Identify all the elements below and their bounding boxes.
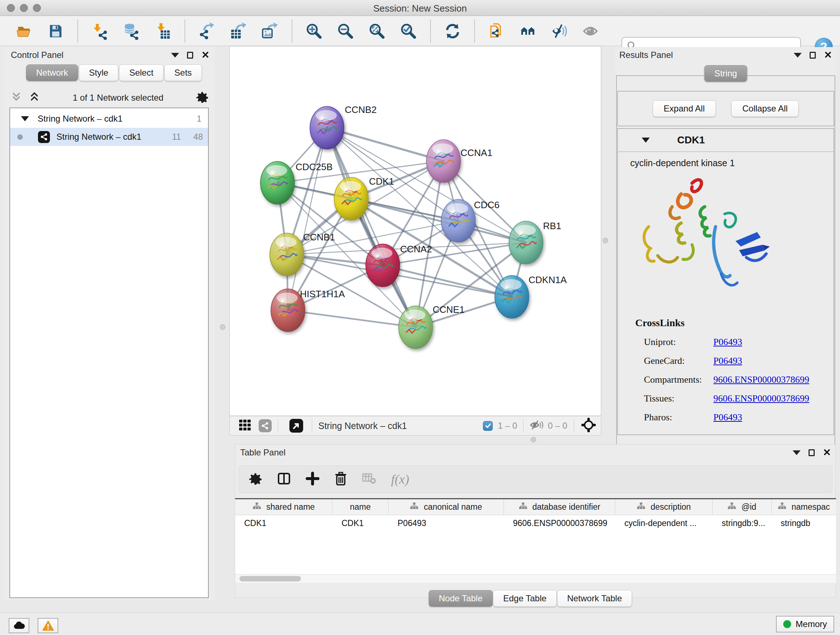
network-node-CCNA2[interactable] (366, 244, 400, 287)
zoom-fit-icon[interactable] (367, 21, 387, 41)
network-share-view-icon[interactable] (259, 419, 272, 432)
network-node-CCNA1[interactable] (426, 140, 461, 182)
grid-view-icon[interactable] (238, 418, 251, 433)
zoom-in-icon[interactable] (304, 21, 324, 41)
cell-namespace[interactable]: stringdb (772, 515, 836, 531)
table-row[interactable]: CDK1 CDK1 P06493 9606.ENSP00000378699 cy… (235, 515, 836, 531)
gene-card-header[interactable]: CDK1 (618, 129, 834, 152)
panel-menu-icon[interactable] (794, 53, 802, 57)
horizontal-scrollbar[interactable] (235, 574, 836, 583)
scrollbar-thumb[interactable] (240, 576, 301, 581)
tab-network-table[interactable]: Network Table (557, 590, 632, 607)
table-header-row[interactable]: shared name name canonical name database… (235, 499, 836, 515)
panel-close-icon[interactable]: ✕ (201, 50, 210, 60)
memory-button[interactable]: Memory (776, 616, 834, 632)
tab-sets[interactable]: Sets (164, 65, 202, 81)
network-node-CDC25B[interactable] (261, 162, 294, 204)
panel-close-icon[interactable]: ✕ (824, 50, 832, 60)
gene-symbol: CDK1 (677, 134, 705, 146)
toolbar-separator (185, 20, 185, 42)
network-collection-row[interactable]: String Network – cdk1 1 (10, 110, 208, 128)
network-view-canvas[interactable]: CCNB2CCNA1CDC25BCDK1CDC6RB1CCNB1CCNA2CDK… (229, 46, 601, 416)
hide-graphics-details-icon[interactable] (550, 21, 569, 41)
tab-select[interactable]: Select (119, 65, 164, 81)
network-edge-CDK1-RB1[interactable] (351, 199, 526, 242)
right-splitter-handle[interactable] (603, 238, 608, 243)
tab-string-results[interactable]: String (704, 65, 747, 82)
panel-menu-icon[interactable] (793, 450, 801, 455)
network-node-CDC6[interactable] (441, 200, 475, 242)
cell-database-identifier[interactable]: 9606.ENSP00000378699 (504, 515, 615, 531)
bottom-splitter-handle[interactable] (531, 437, 536, 442)
home-legacy-icon[interactable] (518, 21, 538, 41)
crosslink-link[interactable]: P06493 (714, 337, 742, 348)
tab-style[interactable]: Style (79, 65, 118, 81)
cell-description[interactable]: cyclin-dependent ... (615, 515, 713, 531)
network-node-CCNB1[interactable] (270, 233, 304, 276)
crosslink-link[interactable]: 9606.ENSP00000378699 (714, 374, 809, 385)
show-graphics-details-icon[interactable] (581, 21, 601, 41)
warning-icon (42, 620, 54, 631)
network-edge-CCNB2-HIST1H1A[interactable] (288, 128, 327, 310)
crosslink-link[interactable]: P06493 (714, 356, 742, 366)
import-table-file-icon[interactable] (153, 21, 172, 41)
export-table-icon[interactable] (229, 21, 248, 41)
collapse-all-networks-icon[interactable] (28, 91, 41, 105)
zoom-selected-icon[interactable] (399, 21, 418, 41)
cell-id[interactable]: stringdb:9... (713, 515, 772, 531)
import-network-file-icon[interactable] (90, 21, 110, 41)
add-column-icon[interactable] (306, 472, 319, 487)
cell-name[interactable]: CDK1 (332, 515, 388, 531)
network-node-label: HIST1H1A (300, 288, 345, 299)
tab-node-table[interactable]: Node Table (429, 590, 493, 607)
network-edge-CCNB2-CCNA1[interactable] (327, 128, 444, 161)
save-session-icon[interactable] (46, 21, 65, 41)
panel-float-icon[interactable] (808, 449, 815, 456)
collection-expander-icon[interactable] (21, 116, 29, 121)
table-panel: Table Panel ✕ f(x) (235, 444, 836, 598)
tab-edge-table[interactable]: Edge Table (493, 590, 557, 607)
detach-view-icon[interactable] (289, 419, 303, 432)
left-splitter-handle[interactable] (220, 325, 225, 330)
network-edge-HIST1H1A-CCNE1[interactable] (288, 310, 416, 327)
string-import-icon[interactable] (487, 21, 507, 41)
cell-shared-name[interactable]: CDK1 (235, 515, 332, 531)
birdseye-target-icon[interactable] (581, 417, 597, 434)
network-node-RB1[interactable] (509, 221, 543, 264)
panel-float-icon[interactable] (187, 52, 193, 59)
gene-expander-icon[interactable] (642, 138, 650, 143)
panel-float-icon[interactable] (810, 52, 816, 59)
selected-indicator-checkbox[interactable] (483, 421, 493, 431)
export-network-icon[interactable] (197, 21, 217, 41)
network-node-CDKN1A[interactable] (495, 276, 529, 318)
crosslink-link[interactable]: 9606.ENSP00000378699 (714, 393, 809, 404)
cell-canonical-name[interactable]: P06493 (388, 515, 504, 531)
table-settings-gear-icon[interactable] (248, 472, 262, 487)
panel-close-icon[interactable]: ✕ (823, 448, 831, 458)
show-columns-icon[interactable] (277, 471, 291, 487)
zoom-out-icon[interactable] (336, 21, 355, 41)
title-bar: Session: New Session (0, 0, 840, 16)
crosslink-link[interactable]: P06493 (714, 412, 742, 423)
import-network-database-icon[interactable] (122, 21, 141, 41)
panel-menu-icon[interactable] (171, 53, 179, 57)
warning-status-button[interactable] (38, 618, 58, 633)
export-image-icon[interactable] (260, 21, 279, 41)
network-node-CDK1[interactable] (334, 177, 368, 220)
expand-collapse-bar: Expand All Collapse All (617, 91, 834, 126)
cloud-status-button[interactable] (9, 618, 29, 633)
status-bar: Memory (0, 613, 840, 635)
network-node-CCNE1[interactable] (399, 306, 433, 348)
network-status-dot (17, 134, 23, 140)
expand-all-button[interactable]: Expand All (653, 100, 716, 117)
network-row[interactable]: String Network – cdk1 11 48 (10, 128, 208, 146)
column-header-label: name (350, 502, 371, 512)
gear-icon[interactable] (196, 90, 209, 105)
network-node-CCNB2[interactable] (310, 106, 344, 149)
refresh-icon[interactable] (443, 21, 462, 41)
open-session-icon[interactable] (14, 21, 34, 41)
delete-column-trash-icon[interactable] (334, 471, 347, 487)
tab-network[interactable]: Network (26, 65, 78, 81)
expand-all-networks-icon[interactable] (10, 91, 22, 105)
collapse-all-button[interactable]: Collapse All (731, 100, 799, 117)
